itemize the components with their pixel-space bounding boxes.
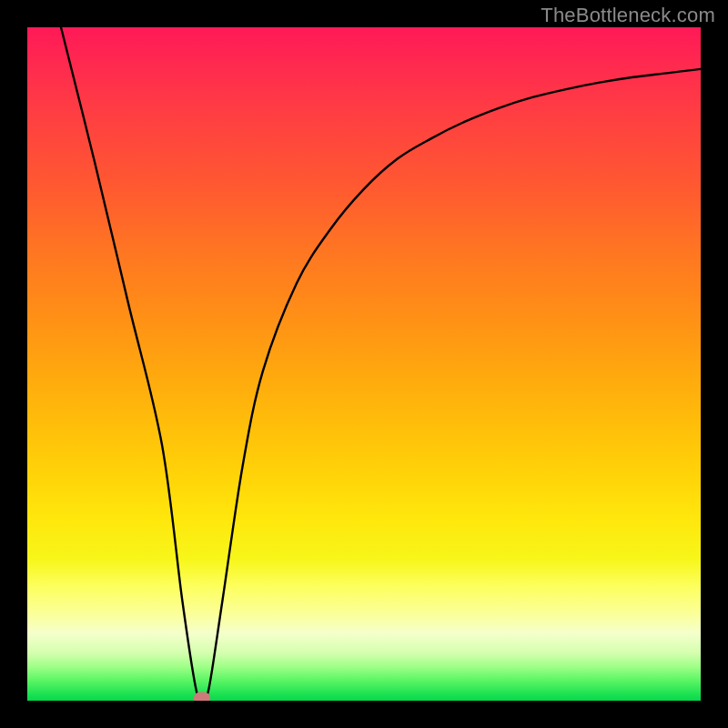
curve-svg [27, 27, 701, 701]
chart-frame: TheBottleneck.com [0, 0, 728, 728]
watermark-text: TheBottleneck.com [541, 4, 715, 27]
minimum-marker [194, 693, 210, 702]
plot-area [27, 27, 701, 701]
bottleneck-curve [61, 27, 701, 701]
